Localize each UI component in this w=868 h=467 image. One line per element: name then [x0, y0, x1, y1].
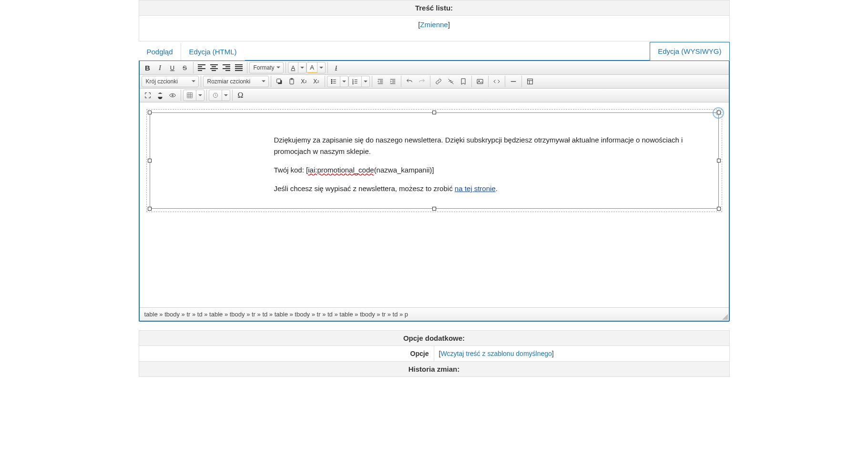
resize-handle[interactable]: [717, 207, 721, 211]
number-list-button[interactable]: 123: [348, 76, 370, 87]
editor-status-bar: table » tbody » tr » td » table » tbody …: [140, 307, 729, 321]
svg-rect-1: [276, 79, 280, 83]
tab-edit-wysiwyg[interactable]: Edycja (WYSIWYG): [650, 42, 729, 61]
redo-button[interactable]: [416, 76, 428, 87]
align-left-button[interactable]: [195, 62, 208, 73]
font-family-select[interactable]: Krój czcionki: [142, 76, 199, 87]
wysiwyg-editor: B I U S Formaty A A Iₓ: [139, 60, 730, 322]
svg-point-4: [331, 80, 332, 81]
font-size-select[interactable]: Rozmiar czcionki: [203, 76, 269, 87]
toolbar-row-1: B I U S Formaty A A Iₓ: [140, 61, 729, 75]
italic-button[interactable]: I: [154, 62, 166, 73]
align-justify-button[interactable]: [233, 62, 245, 73]
history-header: Historia zmian:: [139, 362, 730, 377]
subscript-button[interactable]: X2: [298, 76, 310, 87]
link-button[interactable]: [432, 76, 445, 87]
svg-point-32: [172, 95, 173, 96]
anchor-button[interactable]: [457, 76, 470, 87]
strikethrough-button[interactable]: S: [179, 62, 191, 73]
editor-content-area[interactable]: Dziękujemy za zapisanie się do naszego n…: [140, 102, 729, 307]
datetime-button[interactable]: [209, 90, 230, 101]
svg-point-31: [170, 94, 175, 97]
content-paragraph[interactable]: Dziękujemy za zapisanie się do naszego n…: [274, 134, 709, 157]
content-paragraph[interactable]: Jeśli chcesz się wypisać z newslettera, …: [274, 183, 709, 194]
options-label: Opcje: [139, 346, 434, 361]
resize-handle[interactable]: [717, 159, 721, 162]
unsubscribe-link[interactable]: na tej stronie: [455, 184, 496, 193]
clear-format-button[interactable]: Iₓ: [330, 62, 342, 73]
hr-button[interactable]: [507, 76, 520, 87]
svg-point-8: [331, 83, 332, 84]
resize-handle[interactable]: [432, 111, 436, 114]
resize-grip[interactable]: [722, 314, 728, 320]
svg-rect-33: [187, 93, 192, 98]
variables-link[interactable]: Zmienne: [420, 20, 448, 29]
bold-button[interactable]: B: [142, 62, 154, 73]
background-color-button[interactable]: A: [306, 62, 326, 73]
resize-handle[interactable]: [432, 207, 436, 211]
bullet-list-button[interactable]: [327, 76, 348, 87]
image-button[interactable]: [474, 76, 486, 87]
special-char-button[interactable]: Ω: [235, 90, 247, 101]
options-row: Opcje [Wczytaj treść z szablonu domyślne…: [139, 346, 730, 362]
align-center-button[interactable]: [208, 62, 220, 73]
toolbar-row-2: Krój czcionki Rozmiar czcionki X2 X2 123: [140, 75, 729, 89]
superscript-button[interactable]: X2: [310, 76, 323, 87]
resize-handle[interactable]: [148, 159, 152, 162]
source-code-button[interactable]: [490, 76, 503, 87]
template-button[interactable]: [524, 76, 536, 87]
editor-tabs: Podgląd Edycja (HTML) Edycja (WYSIWYG): [139, 41, 730, 60]
element-path[interactable]: table » tbody » tr » td » table » tbody …: [144, 311, 408, 318]
underline-button[interactable]: U: [166, 62, 179, 73]
svg-text:3: 3: [352, 82, 354, 85]
variables-row: [Zmienne]: [139, 16, 730, 41]
load-default-template-link[interactable]: Wczytaj treść z szablonu domyślnego: [440, 350, 551, 357]
align-right-button[interactable]: [220, 62, 233, 73]
content-paragraph[interactable]: Twój kod: [iai:promotional_code(nazwa_ka…: [274, 164, 709, 176]
content-section-header: Treść listu:: [139, 0, 730, 16]
outdent-button[interactable]: [374, 76, 387, 87]
svg-rect-28: [527, 79, 532, 84]
tab-edit-html[interactable]: Edycja (HTML): [181, 42, 245, 61]
tab-preview[interactable]: Podgląd: [139, 42, 181, 61]
toolbar-row-3: Ω: [140, 89, 729, 102]
resize-handle[interactable]: [148, 207, 152, 211]
find-button[interactable]: [154, 90, 166, 101]
table-button[interactable]: [183, 90, 204, 101]
svg-point-6: [331, 81, 332, 82]
copy-button[interactable]: [273, 76, 286, 87]
undo-button[interactable]: [403, 76, 416, 87]
fullscreen-button[interactable]: [142, 90, 154, 101]
additional-options-header: Opcje dodatkowe:: [139, 330, 730, 346]
resize-handle[interactable]: [717, 111, 721, 114]
unlink-button[interactable]: [445, 76, 457, 87]
indent-button[interactable]: [387, 76, 399, 87]
text-color-button[interactable]: A: [288, 62, 307, 73]
resize-handle[interactable]: [148, 111, 152, 114]
preview-button[interactable]: [166, 90, 179, 101]
paste-button[interactable]: [286, 76, 298, 87]
formats-select[interactable]: Formaty: [249, 62, 284, 73]
svg-rect-25: [477, 79, 483, 83]
